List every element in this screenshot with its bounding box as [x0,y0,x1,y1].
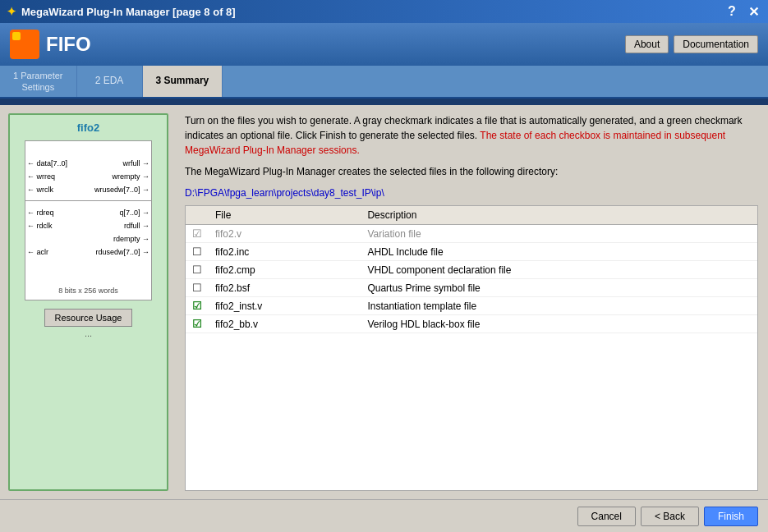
cancel-button[interactable]: Cancel [577,507,636,526]
blue-divider [0,99,768,105]
logo-icon [10,30,39,59]
title-bar: ✦ MegaWizard Plug-In Manager [page 8 of … [0,0,768,23]
table-row[interactable]: ☐fifo2.cmpVHDL component declaration fil… [186,261,757,279]
finish-button[interactable]: Finish [704,507,758,526]
files-table: File Description ☑fifo2.vVariation file☐… [185,205,758,491]
row-filename: fifo2.inc [209,243,361,261]
resource-dots: ... [85,328,92,338]
table-row[interactable]: ☑fifo2_inst.vInstantiation template file [186,297,757,315]
tabs-bar: 1 Parameter Settings 2 EDA 3 Summary [0,66,768,99]
left-panel: fifo2 ← data[7..0] ← wrreq ← wrclk ← rdr… [8,113,168,491]
row-filename: fifo2.bsf [209,279,361,297]
main-content: fifo2 ← data[7..0] ← wrreq ← wrclk ← rdr… [0,105,768,499]
row-checkbox[interactable]: ☑ [186,297,209,315]
row-checkbox[interactable]: ☑ [186,225,209,243]
header-area: FIFO About Documentation [0,23,768,66]
tab-parameter-settings[interactable]: 1 Parameter Settings [0,66,77,97]
row-description: Verilog HDL black-box file [361,315,757,333]
component-diagram: ← data[7..0] ← wrreq ← wrclk ← rdreq ← r… [25,140,152,300]
about-button[interactable]: About [625,35,669,53]
row-filename: fifo2.cmp [209,261,361,279]
header-logo: FIFO [10,30,91,59]
title-icon: ✦ [7,5,16,18]
row-description: Instantiation template file [361,297,757,315]
row-checkbox[interactable]: ☐ [186,279,209,297]
help-button[interactable]: ? [724,3,740,20]
row-description: VHDL component declaration file [361,261,757,279]
table-row[interactable]: ☐fifo2.bsfQuartus Prime symbol file [186,279,757,297]
component-title: fifo2 [77,122,99,134]
row-filename: fifo2.v [209,225,361,243]
directory-path: D:\FPGA\fpga_learn\projects\day8_test_IP… [185,187,758,199]
description-directory-label: The MegaWizard Plug-In Manager creates t… [185,164,758,179]
documentation-button[interactable]: Documentation [674,35,758,53]
table-row[interactable]: ☑fifo2.vVariation file [186,225,757,243]
bottom-bar: Cancel < Back Finish [0,499,768,532]
row-description: Variation file [361,225,757,243]
description-text: Turn on the files you wish to generate. … [185,113,758,158]
table-row[interactable]: ☐fifo2.incAHDL Include file [186,243,757,261]
back-button[interactable]: < Back [641,507,699,526]
component-center-text: 8 bits x 256 words [25,287,151,295]
col-file: File [209,206,361,225]
window-title: MegaWizard Plug-In Manager [page 8 of 8] [21,6,236,18]
table-row[interactable]: ☑fifo2_bb.vVerilog HDL black-box file [186,315,757,333]
close-button[interactable]: ✕ [745,3,761,20]
title-bar-left: ✦ MegaWizard Plug-In Manager [page 8 of … [7,5,236,18]
tab-eda[interactable]: 2 EDA [77,66,143,97]
row-filename: fifo2_inst.v [209,297,361,315]
resource-usage-button[interactable]: Resource Usage [44,309,133,327]
col-description: Description [361,206,757,225]
header-title: FIFO [46,33,91,56]
tab-summary[interactable]: 3 Summary [143,66,223,97]
row-description: AHDL Include file [361,243,757,261]
row-checkbox[interactable]: ☐ [186,243,209,261]
col-checkbox [186,206,209,225]
row-filename: fifo2_bb.v [209,315,361,333]
right-panel: Turn on the files you wish to generate. … [175,105,768,499]
row-checkbox[interactable]: ☑ [186,315,209,333]
title-bar-controls: ? ✕ [724,3,761,20]
header-buttons: About Documentation [625,35,758,53]
row-description: Quartus Prime symbol file [361,279,757,297]
row-checkbox[interactable]: ☐ [186,261,209,279]
